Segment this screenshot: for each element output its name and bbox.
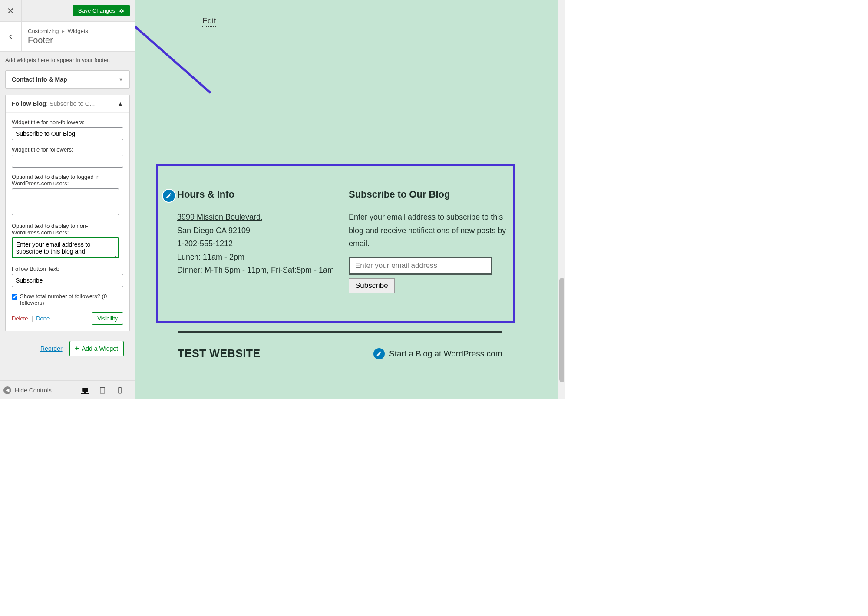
visibility-button[interactable]: Visibility (92, 312, 123, 325)
widget-actions: Delete | Done Visibility (12, 312, 123, 325)
plus-icon: + (75, 345, 79, 352)
breadcrumb-path: Customizing ▸ Widgets (28, 28, 88, 34)
chevron-up-icon: ▲ (117, 100, 123, 107)
lunch-text: Lunch: 11am - 2pm (177, 250, 336, 264)
loggedin-text-textarea[interactable] (12, 188, 119, 215)
subscribe-email-input[interactable] (349, 257, 492, 275)
breadcrumb-leaf: Widgets (68, 28, 88, 34)
period: . (502, 351, 504, 358)
breadcrumb-root: Customizing (28, 28, 59, 34)
address-line1-link[interactable]: 3999 Mission Boulevard, (177, 213, 263, 221)
chevron-down-icon: ▼ (119, 77, 123, 82)
preview-inner: Edit Hours & Info 3999 Mission Boulevard… (135, 0, 565, 399)
widget-actions-left: Delete | Done (12, 315, 50, 322)
breadcrumb-row: ‹ Customizing ▸ Widgets Footer (0, 22, 135, 52)
help-text: Add widgets here to appear in your foote… (5, 57, 130, 63)
nonwp-text-textarea[interactable]: Enter your email address to subscribe to… (12, 237, 119, 258)
widget-follow-blog-header[interactable]: Follow Blog: Subscribe to O... ▲ (6, 95, 129, 113)
add-widget-button[interactable]: + Add a Widget (69, 341, 124, 356)
app-root: ✕ Save Changes ‹ Customizing ▸ Widgets F… (0, 0, 565, 399)
delete-widget-link[interactable]: Delete (12, 315, 28, 322)
loggedin-text-label: Optional text to display to logged in Wo… (12, 174, 123, 187)
sidebar-footer-actions: Reorder + Add a Widget (5, 337, 130, 362)
widget-title: Follow Blog: Subscribe to O... (12, 100, 95, 107)
follow-button-text-label: Follow Button Text: (12, 266, 123, 272)
sidebar-bottom-bar: ◀ Hide Controls (0, 380, 135, 399)
svg-rect-1 (84, 392, 86, 393)
breadcrumb: Customizing ▸ Widgets Footer (22, 23, 94, 49)
sidebar-header: ✕ Save Changes (0, 0, 135, 22)
widget-title-sub: : Subscribe to O... (46, 100, 95, 107)
show-total-followers-row: Show total number of followers? (0 follo… (12, 293, 123, 306)
section-title: Footer (28, 35, 88, 45)
start-blog-wrap: Start a Blog at WordPress.com. (389, 349, 504, 359)
address-line2-link[interactable]: San Diego CA 92109 (177, 226, 250, 235)
gear-icon (119, 8, 125, 14)
followers-title-input[interactable] (12, 155, 123, 168)
reorder-link[interactable]: Reorder (40, 345, 63, 352)
close-icon: ✕ (7, 6, 14, 16)
widget-title-strong: Follow Blog (12, 100, 46, 107)
site-preview: Edit Hours & Info 3999 Mission Boulevard… (135, 0, 565, 399)
follow-button-text-input[interactable] (12, 274, 123, 287)
preview-scrollbar-track[interactable] (558, 0, 565, 399)
nonwp-text-label: Optional text to display to non-WordPres… (12, 223, 123, 236)
save-changes-label: Save Changes (78, 7, 115, 14)
subscribe-description: Enter your email address to subscribe to… (349, 211, 507, 250)
hours-info-widget: Hours & Info 3999 Mission Boulevard, San… (177, 189, 336, 293)
widget-contact-info-header[interactable]: Contact Info & Map ▼ (5, 70, 130, 89)
pencil-icon (165, 192, 172, 199)
collapse-icon: ◀ (3, 386, 11, 394)
site-title: TEST WEBSITE (178, 347, 261, 360)
hide-controls-button[interactable]: ◀ Hide Controls (3, 386, 52, 394)
breadcrumb-separator: ▸ (62, 28, 65, 34)
save-changes-button[interactable]: Save Changes (73, 5, 130, 16)
subscribe-button[interactable]: Subscribe (349, 278, 395, 293)
start-blog-link[interactable]: Start a Blog at WordPress.com (389, 349, 502, 358)
hours-heading: Hours & Info (177, 189, 336, 200)
back-button[interactable]: ‹ (0, 22, 22, 51)
chevron-left-icon: ‹ (9, 31, 12, 42)
nonfollowers-title-input[interactable] (12, 127, 123, 140)
widget-follow-blog-body: Widget title for non-followers: Widget t… (6, 113, 129, 331)
svg-rect-0 (82, 388, 88, 392)
show-total-followers-label: Show total number of followers? (0 follo… (20, 293, 123, 306)
footer-columns: Hours & Info 3999 Mission Boulevard, San… (177, 189, 507, 293)
svg-line-4 (135, 15, 211, 93)
svg-rect-3 (119, 387, 121, 393)
pipe-separator: | (31, 315, 33, 322)
start-blog-row: Start a Blog at WordPress.com. (373, 348, 504, 359)
footer-divider (178, 331, 502, 333)
subscribe-widget: Subscribe to Our Blog Enter your email a… (349, 189, 507, 293)
edit-widget-shortcut[interactable] (162, 189, 176, 203)
mobile-preview-icon[interactable] (116, 386, 124, 394)
device-preview-icons (81, 386, 132, 394)
tablet-preview-icon[interactable] (99, 386, 106, 394)
nonfollowers-title-label: Widget title for non-followers: (12, 119, 123, 125)
wordpress-badge-icon (373, 348, 385, 359)
hide-controls-label: Hide Controls (15, 387, 52, 394)
annotation-arrow (135, 10, 230, 97)
address-block: 3999 Mission Boulevard, San Diego CA 921… (177, 211, 336, 237)
show-total-followers-checkbox[interactable] (12, 294, 17, 300)
phone-text: 1-202-555-1212 (177, 237, 336, 250)
svg-rect-2 (100, 387, 105, 393)
preview-scrollbar-thumb[interactable] (559, 278, 564, 382)
widget-follow-blog: Follow Blog: Subscribe to O... ▲ Widget … (5, 95, 130, 331)
subscribe-heading: Subscribe to Our Blog (349, 189, 507, 200)
add-widget-label: Add a Widget (82, 345, 118, 352)
followers-title-label: Widget title for followers: (12, 146, 123, 153)
sidebar-body: Add widgets here to appear in your foote… (0, 52, 135, 380)
desktop-preview-icon[interactable] (81, 386, 89, 394)
done-widget-link[interactable]: Done (36, 315, 50, 322)
close-customizer-button[interactable]: ✕ (0, 0, 22, 22)
widget-title: Contact Info & Map (12, 76, 67, 83)
dinner-text: Dinner: M-Th 5pm - 11pm, Fri-Sat:5pm - 1… (177, 264, 336, 277)
customizer-sidebar: ✕ Save Changes ‹ Customizing ▸ Widgets F… (0, 0, 135, 399)
